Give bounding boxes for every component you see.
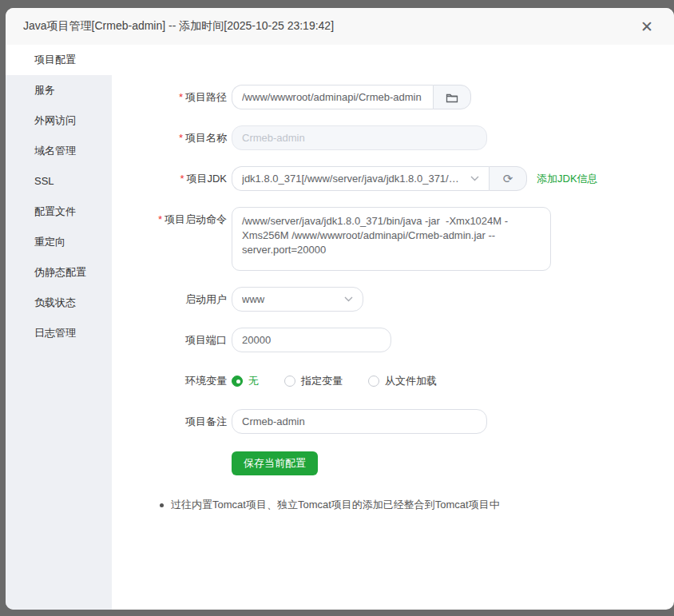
folder-browse-button[interactable] (433, 85, 471, 109)
refresh-icon: ⟳ (503, 172, 513, 186)
project-name-row: *项目名称 (112, 125, 674, 150)
sidebar-item-domain[interactable]: 域名管理 (6, 136, 112, 166)
sidebar-item-config-file[interactable]: 配置文件 (6, 197, 112, 227)
footer-note-text: 过往内置Tomcat项目、独立Tomcat项目的添加已经整合到Tomcat项目中 (171, 498, 500, 512)
project-config-panel: *项目路径 *项目名称 (112, 45, 674, 610)
start-command-row: *项目启动命令 /www/server/java/jdk1.8.0_371/bi… (112, 207, 674, 271)
close-icon[interactable]: ✕ (637, 18, 656, 36)
radio-unselected-icon (368, 376, 379, 387)
dialog-header: Java项目管理[Crmeb-admin] -- 添加时间[2025-10-25… (6, 8, 674, 45)
footer-note: 过往内置Tomcat项目、独立Tomcat项目的添加已经整合到Tomcat项目中 (160, 498, 674, 512)
sidebar: 项目配置 服务 外网访问 域名管理 SSL 配置文件 重定向 伪静态配置 负载状… (6, 45, 112, 610)
radio-none[interactable]: 无 (232, 374, 259, 388)
project-jdk-row: *项目JDK jdk1.8.0_371[/www/server/java/jdk… (112, 166, 674, 191)
sidebar-item-load-status[interactable]: 负载状态 (6, 288, 112, 318)
run-user-label: 启动用户 (112, 287, 232, 312)
project-jdk-group: jdk1.8.0_371[/www/server/java/jdk1.8.0_3… (232, 166, 527, 191)
add-jdk-link[interactable]: 添加JDK信息 (537, 166, 598, 191)
jdk-selected-value: jdk1.8.0_371[/www/server/java/jdk1.8.0_3… (242, 173, 464, 185)
required-mark: * (179, 91, 183, 103)
bullet-icon (160, 503, 164, 507)
start-command-label: *项目启动命令 (112, 207, 232, 232)
env-vars-label: 环境变量 (112, 368, 232, 393)
run-user-selected-value: www (242, 293, 338, 305)
env-vars-radio-group: 无 指定变量 从文件加载 (232, 368, 462, 393)
project-port-label: 项目端口 (112, 328, 232, 352)
env-vars-row: 环境变量 无 指定变量 从文件加载 (112, 368, 674, 393)
radio-selected-icon (232, 376, 243, 387)
chevron-down-icon (470, 176, 479, 181)
radio-specify-vars[interactable]: 指定变量 (284, 374, 343, 388)
project-name-label: *项目名称 (112, 125, 232, 150)
project-note-label: 项目备注 (112, 409, 232, 434)
sidebar-item-external-access[interactable]: 外网访问 (6, 105, 112, 136)
sidebar-item-ssl[interactable]: SSL (6, 166, 112, 197)
start-command-textarea[interactable]: /www/server/java/jdk1.8.0_371/bin/java -… (232, 207, 551, 271)
project-path-group (232, 85, 471, 109)
project-path-row: *项目路径 (112, 85, 674, 109)
java-project-dialog: Java项目管理[Crmeb-admin] -- 添加时间[2025-10-25… (6, 8, 674, 610)
project-note-row: 项目备注 (112, 409, 674, 434)
save-config-button[interactable]: 保存当前配置 (232, 451, 318, 475)
project-note-input[interactable] (232, 409, 487, 434)
project-port-input[interactable] (232, 328, 391, 352)
jdk-select[interactable]: jdk1.8.0_371[/www/server/java/jdk1.8.0_3… (232, 166, 489, 191)
chevron-down-icon (344, 296, 353, 302)
folder-icon (446, 92, 458, 103)
sidebar-item-service[interactable]: 服务 (6, 75, 112, 105)
sidebar-item-rewrite[interactable]: 伪静态配置 (6, 257, 112, 288)
project-name-input (232, 125, 487, 150)
dialog-body: 项目配置 服务 外网访问 域名管理 SSL 配置文件 重定向 伪静态配置 负载状… (6, 45, 674, 610)
sidebar-item-log[interactable]: 日志管理 (6, 318, 112, 348)
sidebar-item-project-config[interactable]: 项目配置 (6, 45, 112, 75)
radio-load-from-file[interactable]: 从文件加载 (368, 374, 437, 388)
project-path-label: *项目路径 (112, 85, 232, 109)
project-jdk-label: *项目JDK (112, 166, 232, 191)
run-user-row: 启动用户 www (112, 287, 674, 312)
run-user-select[interactable]: www (232, 287, 363, 312)
dialog-title: Java项目管理[Crmeb-admin] -- 添加时间[2025-10-25… (23, 19, 334, 34)
sidebar-item-redirect[interactable]: 重定向 (6, 227, 112, 257)
project-path-input[interactable] (232, 85, 433, 109)
refresh-jdk-button[interactable]: ⟳ (489, 166, 527, 191)
radio-unselected-icon (284, 376, 295, 387)
project-port-row: 项目端口 (112, 328, 674, 352)
